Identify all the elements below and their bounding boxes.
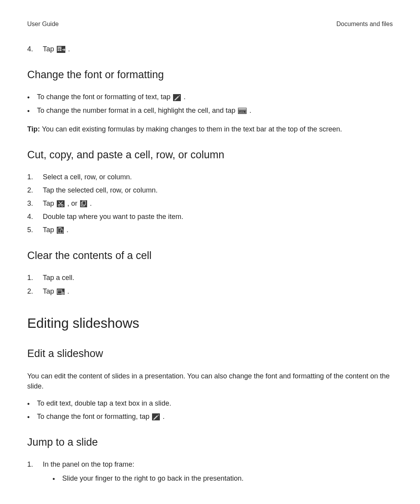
pen-icon [173, 94, 181, 101]
bullet-icon: • [27, 414, 37, 421]
list-item: 1. Tap a cell. [27, 273, 393, 283]
list-item: • To edit text, double tap a text box in… [27, 398, 393, 408]
section-heading-edit-slideshow: Edit a slideshow [27, 346, 393, 361]
bullet-icon: • [52, 476, 62, 483]
step-number: 5. [27, 225, 43, 235]
paragraph: You can edit the content of slides in a … [27, 371, 393, 391]
step-content: Tap . [43, 286, 393, 296]
list-item: 4. Tap . [27, 44, 393, 54]
list-item: 3. Tap , or . [27, 198, 393, 208]
continued-ordered-list: 4. Tap . [27, 44, 393, 54]
ordered-list: 1. Tap a cell. 2. Tap . [27, 273, 393, 296]
step-text: Double tap where you want to paste the i… [43, 212, 393, 222]
step-number: 1. [27, 459, 43, 469]
step-number: 1. [27, 172, 43, 182]
svg-rect-21 [59, 228, 61, 229]
pen-icon [152, 413, 160, 420]
clear-cell-icon [57, 289, 65, 295]
bullet-icon: • [27, 94, 37, 101]
step-text: In the panel on the top frame: [43, 459, 393, 469]
bullet-list: • To change the font or formatting of te… [27, 92, 393, 115]
step-number: 3. [27, 198, 43, 208]
svg-rect-8 [238, 108, 246, 110]
bullet-content: To change the font or formatting, tap . [37, 411, 164, 422]
text: Tap [43, 45, 56, 53]
text: Tap [43, 200, 56, 207]
step-text: Select a cell, row, or column. [43, 172, 393, 182]
text: . [66, 226, 68, 234]
header-left: User Guide [27, 19, 59, 28]
bullet-list: • To edit text, double tap a text box in… [27, 398, 393, 422]
text: . [67, 287, 69, 295]
tip-text: You can edit existing formulas by making… [42, 125, 342, 133]
step-number: 2. [27, 185, 43, 195]
list-item: 5. Tap . [27, 225, 393, 235]
tip-label: Tip: [27, 125, 42, 133]
bullet-content: To change the number format in a cell, h… [37, 105, 251, 116]
tip-paragraph: Tip: You can edit existing formulas by m… [27, 124, 393, 134]
step-number: 1. [27, 273, 43, 283]
step-content: Tap , or . [43, 198, 393, 208]
list-item: • To change the number format in a cell,… [27, 105, 393, 116]
paste-icon [57, 227, 64, 234]
list-item: 4. Double tap where you want to paste th… [27, 212, 393, 222]
text: . [249, 107, 251, 114]
list-item: • To change the font or formatting, tap … [27, 411, 393, 422]
text: . [90, 200, 92, 207]
svg-rect-18 [82, 201, 86, 205]
step-number: 4. [27, 212, 43, 222]
list-item: 1. In the panel on the top frame: [27, 459, 393, 469]
bullet-icon: • [27, 401, 37, 408]
text: . [184, 93, 186, 101]
bullet-content: To change the font or formatting of text… [37, 92, 186, 102]
bullet-icon: • [27, 108, 37, 115]
step-number: 4. [27, 44, 43, 54]
svg-text:15%: 15% [240, 111, 245, 113]
svg-rect-22 [60, 230, 63, 233]
text: . [68, 45, 70, 53]
number-format-icon: 15% [238, 108, 247, 114]
svg-rect-2 [58, 48, 59, 49]
section-heading-change-font: Change the font or formatting [27, 67, 393, 82]
ordered-list: 1. In the panel on the top frame: [27, 459, 393, 469]
ordered-list: 1. Select a cell, row, or column. 2. Tap… [27, 172, 393, 235]
step-content: Tap . [43, 44, 393, 54]
step-content: Tap . [43, 225, 393, 235]
list-item: • Slide your finger to the right to go b… [52, 473, 393, 483]
step-number: 2. [27, 286, 43, 296]
svg-rect-3 [60, 48, 61, 49]
cut-icon [57, 200, 65, 207]
spreadsheet-arrow-icon [57, 46, 65, 53]
svg-rect-1 [58, 47, 61, 48]
nested-bullet-list: • Slide your finger to the right to go b… [52, 473, 393, 483]
text: Tap [43, 287, 56, 295]
header-right: Documents and files [336, 19, 393, 28]
list-item: 1. Select a cell, row, or column. [27, 172, 393, 182]
text: . [163, 413, 164, 420]
svg-rect-4 [58, 50, 59, 51]
section-heading-jump-to-slide: Jump to a slide [27, 435, 393, 450]
copy-icon [80, 200, 87, 207]
section-heading-cut-copy-paste: Cut, copy, and paste a cell, row, or col… [27, 147, 393, 163]
text: To change the number format in a cell, h… [37, 107, 237, 114]
list-item: 2. Tap . [27, 286, 393, 296]
bullet-text: Slide your finger to the right to go bac… [62, 473, 243, 483]
section-heading-editing-slideshows: Editing slideshows [27, 313, 393, 333]
list-item: • To change the font or formatting of te… [27, 92, 393, 102]
step-text: Tap a cell. [43, 273, 393, 283]
svg-rect-5 [60, 50, 61, 51]
text: , or [67, 200, 79, 207]
section-heading-clear-contents: Clear the contents of a cell [27, 248, 393, 263]
list-item: 2. Tap the selected cell, row, or column… [27, 185, 393, 195]
page-header: User Guide Documents and files [27, 19, 393, 28]
text: To change the font or formatting of text… [37, 93, 172, 101]
bullet-text: To edit text, double tap a text box in a… [37, 398, 171, 408]
text: To change the font or formatting, tap [37, 413, 151, 420]
text: Tap [43, 226, 56, 234]
step-text: Tap the selected cell, row, or column. [43, 185, 393, 195]
